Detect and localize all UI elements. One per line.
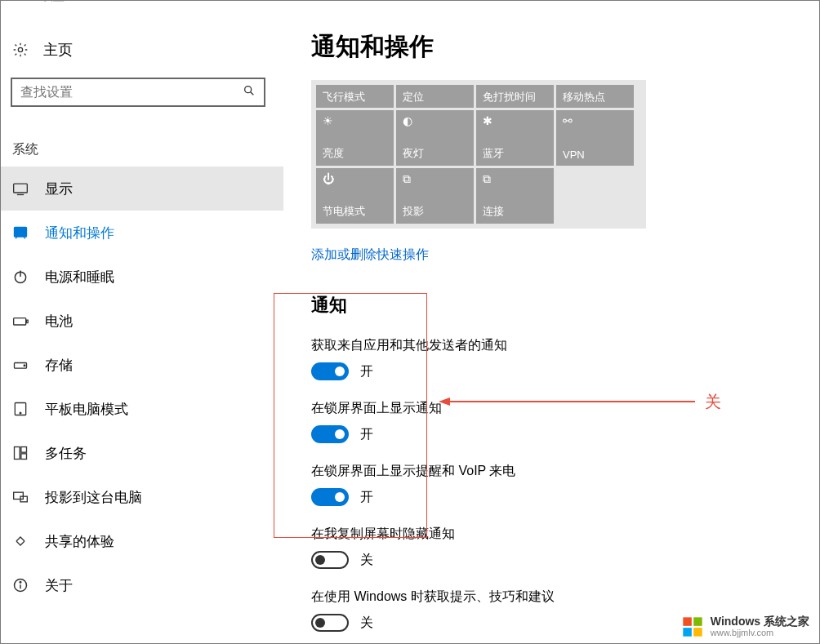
notifications-icon xyxy=(12,224,29,241)
svg-rect-14 xyxy=(15,447,20,460)
svg-rect-17 xyxy=(14,492,24,499)
sidebar-item-share[interactable]: 共享的体验 xyxy=(1,519,283,563)
toggle-get-notifications[interactable] xyxy=(311,362,349,380)
sidebar-item-label: 电源和睡眠 xyxy=(45,268,114,286)
battery-icon xyxy=(12,313,29,329)
setting-label: 在我复制屏幕时隐藏通知 xyxy=(311,526,803,543)
gear-icon xyxy=(12,42,29,58)
qa-tile-location[interactable]: 定位 xyxy=(396,85,474,108)
toggle-lockscreen-notifications[interactable] xyxy=(311,425,349,443)
sidebar-item-tablet[interactable]: 平板电脑模式 xyxy=(1,387,283,431)
svg-rect-15 xyxy=(21,447,27,453)
sidebar-item-power[interactable]: 电源和睡眠 xyxy=(1,255,283,299)
display-icon xyxy=(12,180,29,197)
toggle-state: 开 xyxy=(360,426,373,443)
setting-hide-when-duplicating: 在我复制屏幕时隐藏通知 关 xyxy=(311,526,803,569)
sidebar-item-label: 共享的体验 xyxy=(45,532,114,551)
sidebar-item-notifications[interactable]: 通知和操作 xyxy=(1,211,283,255)
category-label: 系统 xyxy=(12,141,283,158)
svg-rect-16 xyxy=(21,454,27,460)
sidebar-item-label: 显示 xyxy=(45,180,73,198)
watermark-url: www.bjjmlv.com xyxy=(711,628,809,638)
svg-rect-3 xyxy=(14,184,28,193)
bluetooth-icon: ✱ xyxy=(483,115,547,127)
toggle-state: 开 xyxy=(360,363,373,380)
setting-label: 在锁屏界面上显示提醒和 VoIP 来电 xyxy=(311,463,803,480)
search-field[interactable] xyxy=(20,85,243,100)
qa-tile-hotspot[interactable]: 移动热点 xyxy=(556,85,634,108)
qa-tile-nightlight[interactable]: ◐夜灯 xyxy=(396,110,474,166)
svg-point-11 xyxy=(24,365,25,366)
sidebar-item-label: 电池 xyxy=(45,312,73,331)
qa-tile-project[interactable]: ⧉投影 xyxy=(396,168,474,224)
vpn-icon: ⚯ xyxy=(563,115,627,127)
tablet-icon xyxy=(12,401,29,417)
toggle-hide-when-duplicating[interactable] xyxy=(311,551,349,569)
sidebar-item-label: 投影到这台电脑 xyxy=(45,488,142,507)
sidebar-item-project[interactable]: 投影到这台电脑 xyxy=(1,475,283,519)
svg-line-2 xyxy=(251,92,254,95)
sidebar-item-display[interactable]: 显示 xyxy=(1,167,283,211)
windows-logo-icon xyxy=(681,615,704,638)
svg-point-1 xyxy=(245,87,252,93)
add-remove-quick-actions-link[interactable]: 添加或删除快速操作 xyxy=(311,246,429,264)
svg-point-0 xyxy=(18,47,22,51)
setting-get-notifications: 获取来自应用和其他发送者的通知 开 xyxy=(311,337,803,380)
setting-lockscreen-notifications: 在锁屏界面上显示通知 开 xyxy=(311,400,803,443)
toggle-windows-tips[interactable] xyxy=(311,614,349,632)
svg-rect-5 xyxy=(15,227,27,237)
connect-icon: ⧉ xyxy=(483,173,547,184)
qa-tile-brightness[interactable]: ☀亮度 xyxy=(316,110,394,166)
setting-label: 在使用 Windows 时获取提示、技巧和建议 xyxy=(311,588,803,606)
quick-actions-panel: 飞行模式 定位 免打扰时间 移动热点 ☀亮度 ◐夜灯 ✱蓝牙 ⚯VPN ⏻节电模… xyxy=(311,80,646,229)
quick-actions-row1: 飞行模式 定位 免打扰时间 移动热点 xyxy=(316,85,641,108)
qa-tile-battery-saver[interactable]: ⏻节电模式 xyxy=(316,168,394,224)
info-icon xyxy=(12,577,29,593)
sidebar-item-about[interactable]: 关于 xyxy=(1,563,283,607)
sidebar-item-storage[interactable]: 存储 xyxy=(1,343,283,387)
toggle-lockscreen-voip[interactable] xyxy=(311,488,349,506)
home-row[interactable]: 主页 xyxy=(1,35,283,71)
sidebar-item-multitask[interactable]: 多任务 xyxy=(1,431,283,475)
setting-label: 在锁屏界面上显示通知 xyxy=(311,400,803,417)
svg-rect-8 xyxy=(14,318,26,325)
search-icon xyxy=(243,84,256,100)
sidebar-item-label: 关于 xyxy=(45,576,73,595)
sidebar: 主页 系统 显示 通知和操作 电源和睡眠 电池 存储 平板电脑模式 多任务 投影… xyxy=(1,2,283,644)
svg-rect-24 xyxy=(683,628,692,637)
svg-rect-22 xyxy=(683,617,692,626)
brightness-icon: ☀ xyxy=(323,115,387,127)
page-title: 通知和操作 xyxy=(311,30,803,64)
quick-actions-row2: ☀亮度 ◐夜灯 ✱蓝牙 ⚯VPN ⏻节电模式 ⧉投影 ⧉连接 xyxy=(316,110,641,224)
toggle-state: 关 xyxy=(360,552,373,569)
toggle-state: 关 xyxy=(360,615,373,632)
power-icon xyxy=(12,269,29,285)
notifications-section-title: 通知 xyxy=(311,293,803,318)
sidebar-item-label: 通知和操作 xyxy=(45,224,114,242)
qa-tile-airplane[interactable]: 飞行模式 xyxy=(316,85,394,108)
sidebar-item-label: 存储 xyxy=(45,356,73,375)
qa-tile-connect[interactable]: ⧉连接 xyxy=(476,168,554,224)
svg-point-13 xyxy=(20,412,21,414)
watermark-title: Windows 系统之家 xyxy=(711,615,809,628)
sidebar-item-battery[interactable]: 电池 xyxy=(1,299,283,343)
setting-lockscreen-voip: 在锁屏界面上显示提醒和 VoIP 来电 开 xyxy=(311,463,803,506)
setting-label: 获取来自应用和其他发送者的通知 xyxy=(311,337,803,354)
search-input[interactable] xyxy=(11,78,265,107)
qa-tile-bluetooth[interactable]: ✱蓝牙 xyxy=(476,110,554,166)
watermark: Windows 系统之家 www.bjjmlv.com xyxy=(681,615,809,638)
sidebar-item-label: 平板电脑模式 xyxy=(45,400,128,419)
sidebar-item-label: 多任务 xyxy=(45,444,87,463)
qa-tile-vpn[interactable]: ⚯VPN xyxy=(556,110,634,166)
project-icon xyxy=(12,489,29,505)
qa-tile-quiet-hours[interactable]: 免打扰时间 xyxy=(476,85,554,108)
battery-saver-icon: ⏻ xyxy=(323,173,387,184)
project-tile-icon: ⧉ xyxy=(403,173,467,184)
content: 通知和操作 飞行模式 定位 免打扰时间 移动热点 ☀亮度 ◐夜灯 ✱蓝牙 ⚯VP… xyxy=(283,2,819,644)
toggle-state: 开 xyxy=(360,489,373,506)
share-icon xyxy=(12,533,29,549)
svg-point-21 xyxy=(20,581,21,583)
home-label: 主页 xyxy=(43,40,73,60)
nightlight-icon: ◐ xyxy=(403,115,467,127)
svg-rect-25 xyxy=(693,628,702,637)
